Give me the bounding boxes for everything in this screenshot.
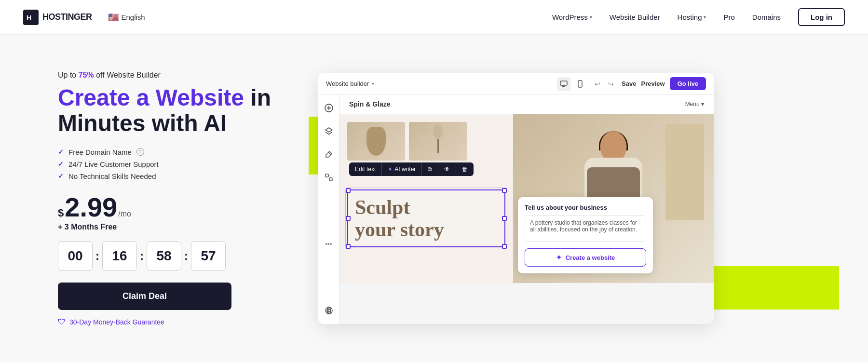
logo[interactable]: H HOSTINGER — [23, 10, 92, 25]
sparkle-icon: ✦ — [556, 254, 562, 261]
vase-decoration — [366, 127, 386, 156]
hero-left: Up to 75% off Website Builder Create a W… — [58, 71, 289, 326]
mobile-view-button[interactable] — [573, 77, 587, 91]
style-tool[interactable] — [321, 147, 337, 162]
nav-website-builder[interactable]: Website Builder — [610, 13, 660, 21]
desktop-view-button[interactable] — [557, 77, 570, 91]
redo-button[interactable]: ↪ — [605, 78, 617, 90]
builder-canvas: Spin & Glaze Menu ▾ — [339, 94, 714, 324]
language-label: English — [122, 13, 145, 21]
main-nav: WordPress ▾ Website Builder Hosting ▾ Pr… — [552, 8, 845, 26]
site-header: H HOSTINGER 🇺🇸 English WordPress ▾ Websi… — [0, 0, 868, 35]
canvas-thumbnail-images — [347, 122, 505, 161]
claim-deal-button[interactable]: Claim Deal — [58, 283, 231, 310]
canvas-image-2 — [409, 122, 467, 161]
delete-button[interactable]: 🗑 — [456, 162, 474, 176]
guarantee-text: 🛡 30-Day Money-Back Guarantee — [58, 318, 289, 326]
chevron-down-icon: ▾ — [704, 14, 706, 20]
price-display: $ 2.99 /mo — [58, 194, 289, 221]
text-editing-box[interactable]: Sculptyour story — [347, 189, 505, 247]
transform-tool[interactable] — [321, 170, 337, 185]
save-button[interactable]: Save — [622, 80, 636, 87]
builder-actions: ↩ ↪ Save Preview Go live — [557, 77, 706, 91]
help-icon[interactable]: ? — [136, 148, 144, 156]
countdown-separator: : — [184, 249, 188, 263]
layers-tool[interactable] — [321, 123, 337, 139]
canvas-hero-section: Edit text ✦ AI writer ⧉ 👁 🗑 — [339, 114, 714, 283]
ai-popup-title: Tell us about your business — [525, 204, 646, 211]
business-description-input[interactable] — [525, 215, 646, 242]
chevron-down-icon: ▾ — [590, 14, 592, 20]
svg-rect-2 — [560, 81, 567, 85]
countdown-timer: 00 : 16 : 58 : 57 — [58, 241, 289, 271]
canvas-content-right: Tell us about your business ✦ Create a w… — [513, 114, 714, 283]
countdown-separator: : — [140, 249, 144, 263]
login-button[interactable]: Log in — [798, 8, 845, 26]
go-live-button[interactable]: Go live — [670, 77, 706, 90]
nav-wordpress[interactable]: WordPress ▾ — [552, 13, 592, 21]
check-icon: ✓ — [58, 160, 64, 168]
builder-topbar: Website builder ▾ ↩ ↪ — [318, 73, 714, 94]
resize-handle-tl[interactable] — [346, 188, 351, 193]
ai-popup-panel: Tell us about your business ✦ Create a w… — [518, 197, 653, 273]
headline: Create a Website in Minutes with AI — [58, 85, 289, 136]
nav-hosting[interactable]: Hosting ▾ — [678, 13, 706, 21]
hostinger-logo-icon: H — [23, 10, 39, 25]
logo-text: HOSTINGER — [42, 12, 92, 22]
countdown-seconds: 58 — [147, 241, 181, 271]
builder-body: ••• Spin & Glaze Menu ▾ — [318, 94, 714, 324]
svg-text:H: H — [27, 14, 31, 22]
months-free: + 3 Months Free — [58, 223, 289, 231]
resize-handle-br[interactable] — [502, 244, 507, 249]
sculpt-text-display: Sculptyour story — [355, 196, 498, 241]
canvas-menu: Menu ▾ — [685, 101, 704, 108]
nav-domains[interactable]: Domains — [752, 13, 781, 21]
canvas-image-1 — [347, 122, 405, 161]
countdown-frames: 57 — [191, 241, 226, 271]
plant-decoration — [431, 129, 445, 153]
create-website-button[interactable]: ✦ Create a website — [525, 248, 646, 267]
features-list: ✓ Free Domain Name ? ✓ 24/7 Live Custome… — [58, 148, 289, 180]
resize-handle-bl[interactable] — [346, 244, 351, 249]
flag-icon: 🇺🇸 — [108, 12, 119, 23]
preview-button[interactable]: Preview — [641, 80, 665, 87]
shield-icon: 🛡 — [58, 318, 66, 326]
builder-mockup-container: Website builder ▾ ↩ ↪ — [318, 73, 714, 324]
device-toggle — [557, 77, 587, 91]
language-selector[interactable]: 🇺🇸 English — [100, 12, 145, 23]
svg-rect-11 — [326, 174, 328, 177]
header-left: H HOSTINGER 🇺🇸 English — [23, 10, 145, 25]
copy-button[interactable]: ⧉ — [422, 162, 438, 176]
eye-button[interactable]: 👁 — [438, 162, 456, 176]
builder-preview: Website builder ▾ ↩ ↪ — [318, 73, 829, 324]
feature-item: ✓ 24/7 Live Customer Support — [58, 160, 289, 168]
canvas-content-left: Edit text ✦ AI writer ⧉ 👁 🗑 — [339, 114, 513, 283]
check-icon: ✓ — [58, 148, 64, 156]
feature-item: ✓ Free Domain Name ? — [58, 148, 289, 156]
main-content: Up to 75% off Website Builder Create a W… — [0, 35, 868, 363]
chevron-down-icon: ▾ — [372, 81, 374, 86]
undo-redo-controls: ↩ ↪ — [592, 78, 617, 90]
undo-button[interactable]: ↩ — [592, 78, 603, 90]
check-icon: ✓ — [58, 172, 64, 180]
ai-writer-button[interactable]: ✦ AI writer — [382, 162, 422, 176]
text-edit-toolbar: Edit text ✦ AI writer ⧉ 👁 🗑 — [349, 162, 474, 176]
more-tools[interactable]: ••• — [321, 236, 337, 252]
add-element-tool[interactable] — [321, 100, 337, 116]
feature-item: ✓ No Technical Skills Needed — [58, 172, 289, 180]
builder-title-tab[interactable]: Website builder ▾ — [326, 80, 374, 87]
shelf-decoration — [665, 124, 704, 220]
svg-point-5 — [580, 85, 581, 86]
builder-sidebar: ••• — [318, 94, 339, 324]
resize-handle-ml[interactable] — [346, 216, 351, 221]
countdown-separator: : — [95, 249, 99, 263]
resize-handle-mr[interactable] — [502, 216, 507, 221]
resize-handle-tr[interactable] — [502, 188, 507, 193]
edit-text-button[interactable]: Edit text — [349, 162, 382, 176]
nav-pro[interactable]: Pro — [723, 13, 734, 21]
sparkle-icon: ✦ — [388, 166, 393, 173]
hero-photo: Tell us about your business ✦ Create a w… — [513, 114, 714, 283]
countdown-hours: 00 — [58, 241, 93, 271]
svg-rect-12 — [329, 178, 332, 181]
links-tool[interactable] — [321, 303, 337, 318]
